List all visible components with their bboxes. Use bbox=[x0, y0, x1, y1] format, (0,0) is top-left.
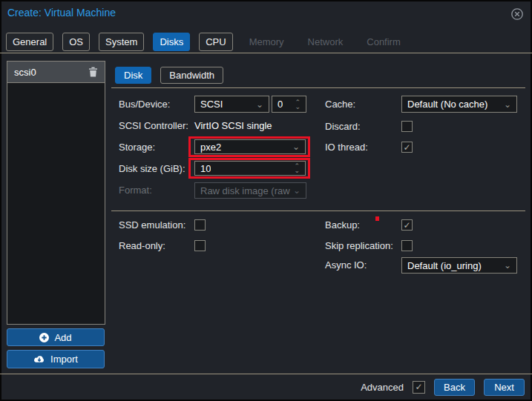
ssd-emulation-checkbox[interactable] bbox=[194, 219, 206, 231]
footer-bar: Advanced ✓ Back Next bbox=[361, 378, 525, 396]
cache-label: Cache: bbox=[325, 96, 355, 113]
discard-label: Discard: bbox=[325, 119, 361, 135]
tab-os[interactable]: OS bbox=[62, 33, 90, 51]
backup-checkbox[interactable]: ✓ bbox=[401, 219, 413, 231]
cloud-import-icon bbox=[33, 355, 45, 364]
bus-device-label: Bus/Device: bbox=[119, 96, 170, 113]
tab-bandwidth[interactable]: Bandwidth bbox=[160, 67, 223, 84]
import-disk-button[interactable]: Import bbox=[7, 350, 105, 368]
disk-sub-tabs: Disk Bandwidth bbox=[115, 67, 223, 84]
async-io-label: Async IO: bbox=[325, 257, 367, 274]
scsi-controller-value: VirtIO SCSI single bbox=[194, 118, 272, 134]
read-only-label: Read-only: bbox=[119, 238, 165, 254]
tab-system[interactable]: System bbox=[99, 33, 144, 51]
close-icon[interactable] bbox=[510, 7, 524, 21]
skip-replication-label: Skip replication: bbox=[325, 238, 393, 254]
plus-circle-icon bbox=[39, 333, 49, 342]
advanced-label: Advanced bbox=[361, 382, 404, 393]
chevron-down-icon: ⌄ bbox=[256, 101, 263, 108]
async-io-combo[interactable]: Default (io_uring) ⌄ bbox=[401, 257, 517, 274]
header-separator bbox=[0, 53, 532, 53]
spinner-arrows-icon: ⌃⌄ bbox=[294, 164, 300, 173]
tab-cpu[interactable]: CPU bbox=[199, 33, 232, 51]
next-button[interactable]: Next bbox=[484, 379, 525, 396]
discard-checkbox[interactable] bbox=[401, 121, 413, 132]
read-only-checkbox[interactable] bbox=[194, 240, 206, 251]
disk-size-label: Disk size (GiB): bbox=[119, 161, 185, 177]
tab-network: Network bbox=[301, 33, 351, 50]
chevron-down-icon: ⌄ bbox=[504, 262, 511, 269]
device-number-stepper[interactable]: 0 ⌃⌄ bbox=[272, 96, 306, 113]
tab-disks[interactable]: Disks bbox=[153, 33, 190, 51]
disk-item-label: scsi0 bbox=[14, 67, 36, 78]
tab-confirm: Confirm bbox=[359, 33, 408, 50]
ssd-emulation-label: SSD emulation: bbox=[119, 217, 185, 233]
disk-list-item-scsi0[interactable]: scsi0 bbox=[7, 62, 105, 83]
dialog-title: Create: Virtual Machine bbox=[7, 7, 116, 19]
footer-separator bbox=[0, 374, 532, 374]
storage-label: Storage: bbox=[119, 139, 155, 156]
trash-icon[interactable] bbox=[88, 67, 98, 77]
storage-combo[interactable]: pxe2 ⌄ bbox=[194, 139, 306, 154]
add-button-label: Add bbox=[54, 332, 71, 343]
disk-list-panel: scsi0 bbox=[7, 61, 105, 325]
tab-memory: Memory bbox=[242, 33, 292, 50]
format-label: Format: bbox=[119, 182, 152, 199]
scsi-controller-label: SCSI Controller: bbox=[119, 118, 188, 134]
dirty-field-marker bbox=[375, 216, 379, 221]
subtab-separator bbox=[111, 87, 525, 88]
bus-combo[interactable]: SCSI ⌄ bbox=[194, 96, 269, 113]
chevron-down-icon: ⌄ bbox=[292, 143, 300, 150]
chevron-down-icon: ⌄ bbox=[293, 187, 301, 194]
back-button[interactable]: Back bbox=[434, 379, 475, 396]
tab-general[interactable]: General bbox=[6, 33, 53, 51]
backup-label: Backup: bbox=[325, 217, 360, 233]
format-combo: Raw disk image (raw ⌄ bbox=[194, 182, 306, 199]
spinner-arrows-icon: ⌃⌄ bbox=[295, 100, 301, 109]
chevron-down-icon: ⌄ bbox=[504, 101, 511, 108]
tab-disk[interactable]: Disk bbox=[115, 67, 151, 84]
skip-replication-checkbox[interactable] bbox=[401, 240, 413, 251]
io-thread-label: IO thread: bbox=[325, 139, 368, 156]
advanced-checkbox[interactable]: ✓ bbox=[413, 381, 425, 394]
wizard-tab-bar: General OS System Disks CPU Memory Netwo… bbox=[6, 32, 408, 51]
cache-combo[interactable]: Default (No cache) ⌄ bbox=[401, 96, 517, 113]
form-separator bbox=[111, 211, 525, 211]
disk-size-stepper[interactable]: 10 ⌃⌄ bbox=[194, 161, 306, 176]
import-button-label: Import bbox=[50, 354, 78, 365]
add-disk-button[interactable]: Add bbox=[7, 328, 105, 346]
io-thread-checkbox[interactable]: ✓ bbox=[401, 142, 413, 153]
